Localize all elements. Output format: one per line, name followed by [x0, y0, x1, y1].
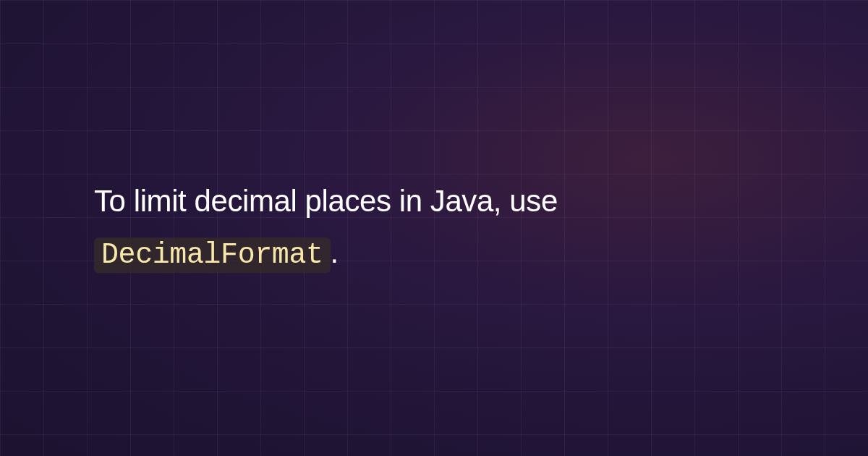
heading-suffix: . [331, 236, 339, 270]
content-container: To limit decimal places in Java, use Dec… [94, 175, 774, 280]
main-heading: To limit decimal places in Java, use Dec… [94, 175, 774, 280]
code-token: DecimalFormat [94, 238, 331, 274]
heading-prefix: To limit decimal places in Java, use [94, 184, 558, 218]
